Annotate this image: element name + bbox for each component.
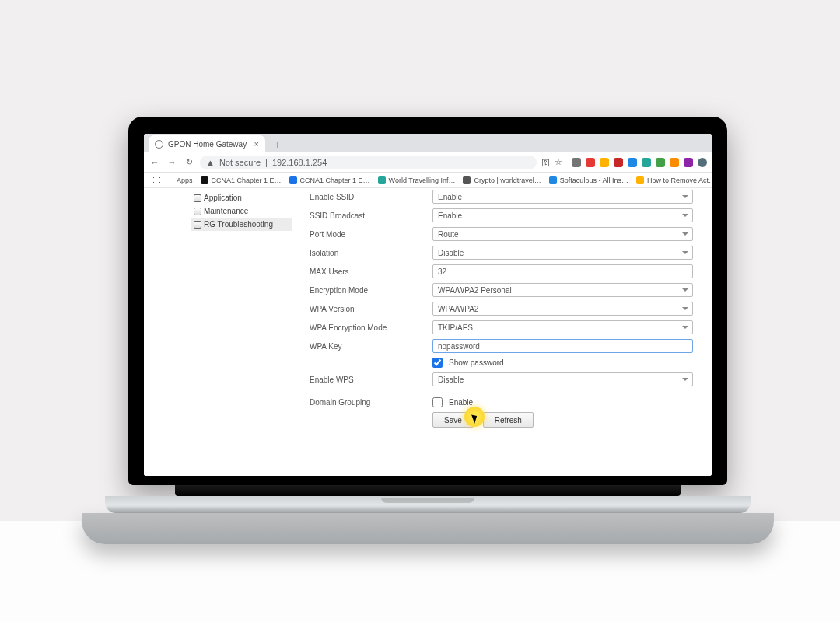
screen: GPON Home Gateway × + ← → ↻ ▲ Not secure… (144, 134, 712, 476)
label-ssid-broadcast: SSID Broadcast (310, 211, 432, 220)
new-tab-button[interactable]: + (270, 137, 285, 152)
bookmark-item[interactable]: CCNA1 Chapter 1 E… (289, 176, 370, 184)
bookmark-item[interactable]: How to Remove Act… (636, 176, 712, 184)
security-label: Not secure (219, 158, 261, 167)
laptop: GPON Home Gateway × + ← → ↻ ▲ Not secure… (128, 117, 727, 544)
select-wpa-version[interactable]: WPA/WPA2 (432, 302, 693, 316)
apps-label[interactable]: Apps (177, 176, 193, 184)
key-icon[interactable]: ⚿ (541, 158, 550, 167)
forward-button[interactable]: → (166, 158, 178, 167)
sidebar-item-application[interactable]: Application (191, 191, 292, 204)
divider: | (265, 158, 268, 167)
apps-grid-icon[interactable]: ⋮⋮⋮ (150, 176, 169, 184)
sidebar-item-label: Application (204, 194, 242, 202)
label-encryption-mode: Encryption Mode (310, 286, 432, 295)
label-domain-grouping: Domain Grouping (310, 398, 432, 407)
select-encryption-mode[interactable]: WPA/WPA2 Personal (432, 283, 693, 297)
star-icon[interactable]: ☆ (555, 157, 562, 167)
refresh-button[interactable]: Refresh (483, 412, 534, 428)
ext-icon[interactable] (600, 158, 609, 167)
checkbox-domain-grouping[interactable] (432, 397, 443, 407)
tab-title: GPON Home Gateway (168, 140, 247, 149)
ext-icon[interactable] (656, 158, 665, 167)
label-wpa-key: WPA Key (310, 342, 432, 351)
bookmark-item[interactable]: Softaculous - All Ins… (549, 176, 628, 184)
input-max-users[interactable] (432, 264, 693, 278)
avatar[interactable] (698, 158, 707, 167)
select-port-mode[interactable]: Route (432, 227, 693, 241)
bookmarks-bar: ⋮⋮⋮ Apps CCNA1 Chapter 1 E… CCNA1 Chapte… (144, 173, 712, 188)
label-enable-ssid: Enable SSID (310, 193, 432, 201)
laptop-base (105, 496, 751, 513)
globe-icon (155, 140, 163, 149)
laptop-bezel: GPON Home Gateway × + ← → ↻ ▲ Not secure… (128, 117, 727, 485)
favicon-icon (549, 176, 557, 184)
not-secure-icon: ▲ (206, 158, 215, 167)
bookmark-item[interactable]: CCNA1 Chapter 1 E… (201, 176, 282, 184)
label-enable-wps: Enable WPS (310, 376, 432, 384)
checkbox-show-password[interactable] (432, 358, 443, 368)
browser-tab-active[interactable]: GPON Home Gateway × (149, 135, 265, 152)
favicon-icon (378, 176, 386, 184)
label-wpa-version: WPA Version (310, 305, 432, 313)
address-bar[interactable]: ▲ Not secure | 192.168.1.254 (200, 156, 537, 169)
select-enable-ssid[interactable]: Enable (432, 190, 693, 204)
settings-form: Enable SSIDEnable SSID BroadcastEnable P… (296, 188, 712, 476)
laptop-hinge (175, 485, 681, 496)
sidebar: Application Maintenance RG Troubleshooti… (144, 188, 296, 476)
favicon-icon (463, 176, 471, 184)
label-max-users: MAX Users (310, 267, 432, 276)
browser-toolbar: ← → ↻ ▲ Not secure | 192.168.1.254 ⚿ ☆ (144, 152, 712, 173)
sidebar-item-label: Maintenance (204, 207, 248, 215)
ext-icon[interactable] (670, 158, 679, 167)
ext-icon[interactable] (586, 158, 595, 167)
ext-icon[interactable] (572, 158, 581, 167)
ext-icon[interactable] (614, 158, 623, 167)
ext-icon[interactable] (642, 158, 651, 167)
extension-icons (572, 158, 707, 167)
select-enable-wps[interactable]: Disable (432, 372, 693, 386)
select-ssid-broadcast[interactable]: Enable (432, 208, 693, 222)
label-show-password: Show password (449, 358, 504, 367)
select-wpa-encryption-mode[interactable]: TKIP/AES (432, 320, 693, 334)
reload-button[interactable]: ↻ (183, 157, 195, 167)
bookmark-item[interactable]: World Travelling Inf… (378, 176, 456, 184)
sidebar-item-maintenance[interactable]: Maintenance (191, 204, 292, 218)
bookmark-item[interactable]: Crypto | worldtravel… (463, 176, 541, 184)
favicon-icon (636, 176, 644, 184)
close-icon[interactable]: × (254, 139, 259, 149)
label-domain-grouping-option: Enable (449, 398, 473, 407)
ext-icon[interactable] (684, 158, 693, 167)
select-isolation[interactable]: Disable (432, 246, 693, 260)
url-text: 192.168.1.254 (272, 158, 327, 167)
input-wpa-key[interactable] (432, 339, 693, 353)
favicon-icon (201, 176, 208, 184)
back-button[interactable]: ← (149, 158, 161, 167)
label-port-mode: Port Mode (310, 230, 432, 239)
label-isolation: Isolation (310, 249, 432, 257)
save-button[interactable]: Save (432, 412, 474, 428)
sidebar-item-rg-troubleshooting[interactable]: RG Troubleshooting (191, 218, 292, 231)
laptop-keyboard (82, 513, 774, 544)
ext-icon[interactable] (628, 158, 637, 167)
label-wpa-encryption-mode: WPA Encryption Mode (310, 323, 432, 332)
browser-tabstrip: GPON Home Gateway × + (144, 134, 712, 152)
router-admin-page: Application Maintenance RG Troubleshooti… (144, 188, 712, 476)
favicon-icon (289, 176, 297, 184)
sidebar-item-label: RG Troubleshooting (204, 220, 273, 229)
